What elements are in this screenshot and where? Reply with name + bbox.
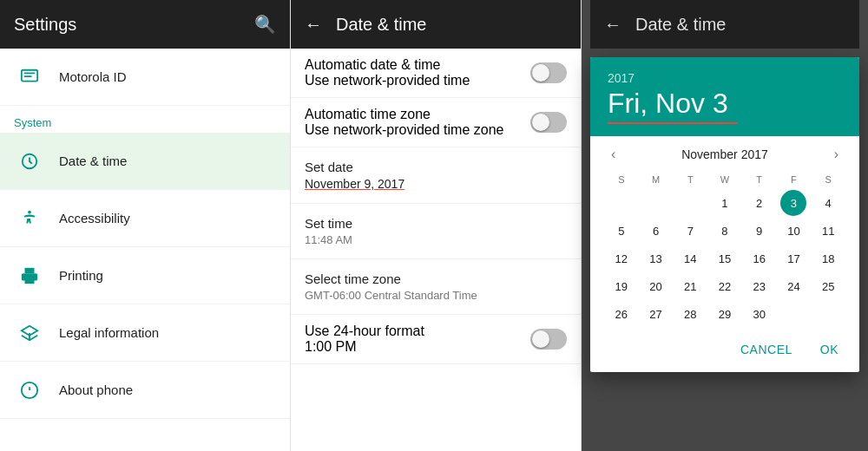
datetime-list: Automatic date & time Use network-provid… <box>291 49 581 451</box>
search-icon[interactable]: 🔍 <box>254 14 276 35</box>
dp-day-2[interactable]: 2 <box>746 190 773 216</box>
dp-days-grid: 1234567891011121314151617181920212223242… <box>604 190 845 327</box>
sidebar-item-motorola-id[interactable]: Motorola ID <box>0 49 290 106</box>
sidebar-item-accessibility-label: Accessibility <box>59 211 130 226</box>
sidebar-item-date-time[interactable]: Date & time <box>0 133 290 190</box>
sidebar-item-printing[interactable]: Printing <box>0 247 290 304</box>
dp-day-1[interactable]: 1 <box>712 190 738 216</box>
sidebar-item-motorola-id-label: Motorola ID <box>59 69 127 84</box>
printing-icon <box>14 260 45 291</box>
sidebar-item-legal-information-label: Legal information <box>59 325 159 340</box>
dp-panel-title: Date & time <box>635 15 726 35</box>
dp-day-22[interactable]: 22 <box>712 273 738 299</box>
dp-day-13[interactable]: 13 <box>643 245 669 271</box>
dp-day-19[interactable]: 19 <box>608 273 635 299</box>
dp-cancel-button[interactable]: CANCEL <box>733 337 799 362</box>
dp-day-empty <box>677 190 703 216</box>
24hour-text: Use 24-hour format 1:00 PM <box>305 324 424 355</box>
legal-icon <box>14 317 45 349</box>
dp-day-12[interactable]: 12 <box>608 245 635 271</box>
dp-weekday-m: M <box>639 173 674 186</box>
sidebar-item-about-phone-label: About phone <box>59 382 133 397</box>
dp-day-6[interactable]: 6 <box>643 218 669 244</box>
dp-day-empty <box>780 301 806 327</box>
settings-title: Settings <box>14 15 76 35</box>
sidebar-item-accessibility[interactable]: Accessibility <box>0 190 290 247</box>
dp-day-26[interactable]: 26 <box>608 301 635 327</box>
24hour-toggle[interactable] <box>530 329 567 350</box>
dp-weekday-w: W <box>707 173 742 186</box>
dp-day-25[interactable]: 25 <box>815 273 841 299</box>
dp-header: 2017 Fri, Nov 3 <box>590 57 859 136</box>
dp-day-29[interactable]: 29 <box>712 301 738 327</box>
auto-timezone-subtitle: Use network-provided time zone <box>305 122 503 138</box>
dp-date-underline <box>608 122 738 124</box>
sidebar-item-printing-label: Printing <box>59 268 103 283</box>
svg-rect-2 <box>24 75 32 77</box>
set-date-title: Set date <box>305 160 567 174</box>
dp-day-11[interactable]: 11 <box>815 218 841 244</box>
dp-day-5[interactable]: 5 <box>608 218 635 244</box>
back-arrow-icon[interactable]: ← <box>305 15 322 35</box>
dp-day-16[interactable]: 16 <box>746 245 773 271</box>
toggle-thumb-2 <box>532 114 549 131</box>
datetime-panel-title: Date & time <box>336 15 426 35</box>
dp-year: 2017 <box>608 71 842 85</box>
auto-timezone-toggle[interactable] <box>530 112 567 133</box>
dp-day-4[interactable]: 4 <box>815 190 841 216</box>
dp-day-27[interactable]: 27 <box>643 301 669 327</box>
svg-rect-1 <box>24 72 36 74</box>
dp-day-18[interactable]: 18 <box>815 245 841 271</box>
dp-day-30[interactable]: 30 <box>746 301 773 327</box>
dp-day-3[interactable]: 3 <box>780 190 806 216</box>
datepicker-panel: ← Date & time 2017 Fri, Nov 3 ‹ November… <box>582 0 868 451</box>
dp-day-7[interactable]: 7 <box>677 218 703 244</box>
set-date-row[interactable]: Set date November 9, 2017 <box>291 147 581 204</box>
dp-day-28[interactable]: 28 <box>677 301 703 327</box>
dp-day-10[interactable]: 10 <box>780 218 806 244</box>
sidebar-item-legal-information[interactable]: Legal information <box>0 304 290 362</box>
auto-date-time-text: Automatic date & time Use network-provid… <box>305 57 470 88</box>
sidebar-item-about-phone[interactable]: About phone <box>0 362 290 419</box>
set-time-title: Set time <box>305 216 567 231</box>
date-time-icon <box>14 146 45 177</box>
accessibility-icon <box>14 203 45 234</box>
dp-ok-button[interactable]: OK <box>813 337 845 362</box>
auto-timezone-row[interactable]: Automatic time zone Use network-provided… <box>291 98 581 147</box>
24hour-row[interactable]: Use 24-hour format 1:00 PM <box>291 315 581 364</box>
dp-day-23[interactable]: 23 <box>746 273 773 299</box>
dp-weekday-t2: T <box>742 173 777 186</box>
dp-day-20[interactable]: 20 <box>643 273 669 299</box>
dp-day-15[interactable]: 15 <box>712 245 738 271</box>
dp-panel-back-icon[interactable]: ← <box>604 15 621 35</box>
dp-weekday-s1: S <box>604 173 639 186</box>
datetime-panel: ← Date & time Automatic date & time Use … <box>291 0 582 451</box>
select-timezone-row[interactable]: Select time zone GMT-06:00 Central Stand… <box>291 259 581 315</box>
auto-date-time-row[interactable]: Automatic date & time Use network-provid… <box>291 49 581 98</box>
dp-day-17[interactable]: 17 <box>780 245 806 271</box>
set-time-row[interactable]: Set time 11:48 AM <box>291 204 581 259</box>
dp-weekday-f: F <box>777 173 812 186</box>
dp-day-empty <box>608 190 635 216</box>
dp-next-month-button[interactable]: › <box>827 143 845 166</box>
settings-header: Settings 🔍 <box>0 0 290 49</box>
select-timezone-subtitle: GMT-06:00 Central Standard Time <box>305 289 567 302</box>
dp-date-display: Fri, Nov 3 <box>608 88 842 119</box>
set-date-subtitle: November 9, 2017 <box>305 177 567 191</box>
dp-day-21[interactable]: 21 <box>677 273 703 299</box>
auto-date-time-title: Automatic date & time <box>305 57 470 73</box>
dp-day-9[interactable]: 9 <box>746 218 773 244</box>
datepicker-dialog: 2017 Fri, Nov 3 ‹ November 2017 › S M T … <box>590 57 859 372</box>
select-timezone-title: Select time zone <box>305 271 567 286</box>
dp-weekday-t1: T <box>673 173 707 186</box>
system-section-label: System <box>0 106 290 133</box>
dp-day-14[interactable]: 14 <box>677 245 703 271</box>
auto-date-time-toggle[interactable] <box>530 62 567 83</box>
svg-point-4 <box>28 210 31 213</box>
about-phone-icon <box>14 375 45 406</box>
auto-timezone-text: Automatic time zone Use network-provided… <box>305 107 503 138</box>
dp-day-8[interactable]: 8 <box>712 218 738 244</box>
dp-prev-month-button[interactable]: ‹ <box>604 143 622 166</box>
datetime-header: ← Date & time <box>291 0 581 49</box>
dp-day-24[interactable]: 24 <box>780 273 806 299</box>
